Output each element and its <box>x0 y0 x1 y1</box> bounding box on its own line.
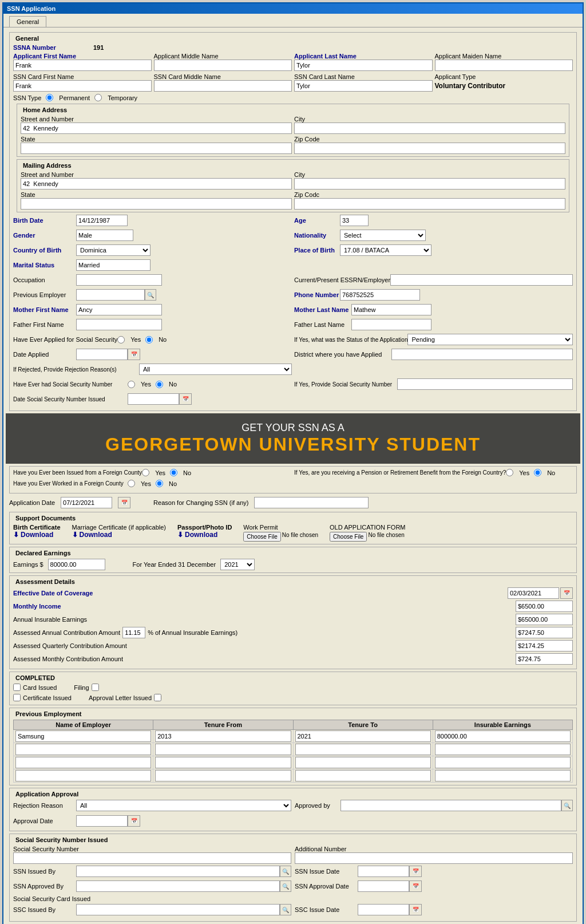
prev-employer-input[interactable] <box>76 289 145 301</box>
tenure-from-cell-3[interactable] <box>155 770 291 781</box>
insurable-cell-1[interactable] <box>435 744 571 755</box>
occupation-input[interactable] <box>76 274 162 286</box>
ssn-type-temporary-radio[interactable] <box>94 94 102 101</box>
first-name-input[interactable]: Frank <box>13 60 152 71</box>
date-ssn-issued-input[interactable] <box>128 393 179 405</box>
card-issued-checkbox[interactable] <box>13 684 21 691</box>
assessed-monthly-input[interactable]: $724.75 <box>516 653 573 665</box>
old-app-choose-btn[interactable]: Choose File <box>330 532 367 542</box>
approved-by-input[interactable] <box>340 800 561 811</box>
date-applied-input[interactable] <box>76 349 128 360</box>
ssc-issued-by-input[interactable] <box>76 904 280 915</box>
approved-by-search[interactable]: 🔍 <box>561 800 573 811</box>
worked-foreign-yes[interactable] <box>128 480 135 487</box>
nationality-select[interactable]: Select <box>340 230 426 241</box>
approval-date-input[interactable] <box>76 815 128 827</box>
ssn-approved-by-search[interactable]: 🔍 <box>280 880 291 892</box>
tenure-from-cell-2[interactable] <box>155 757 291 768</box>
essrn-input[interactable] <box>390 274 573 286</box>
ssn-type-permanent-radio[interactable] <box>46 94 53 101</box>
home-state-input[interactable] <box>21 143 292 154</box>
mail-state-input[interactable] <box>21 198 292 210</box>
ssc-issue-date-input[interactable] <box>358 904 409 915</box>
insurable-cell-2[interactable] <box>435 757 571 768</box>
ssn-issue-date-cal[interactable]: 📅 <box>409 866 422 877</box>
home-street-input[interactable]: 42 Kennedy <box>21 123 292 134</box>
tenure-from-cell-1[interactable] <box>155 744 291 755</box>
ssn-issued-by-search[interactable]: 🔍 <box>280 866 291 877</box>
mail-city-input[interactable] <box>294 178 565 189</box>
birth-date-input[interactable]: 14/12/1987 <box>76 215 128 226</box>
prev-employer-search-btn[interactable]: 🔍 <box>145 289 156 301</box>
maiden-name-input[interactable] <box>435 60 573 71</box>
date-applied-cal-btn[interactable]: 📅 <box>128 349 140 360</box>
mother-last-input[interactable]: Mathew <box>351 304 431 315</box>
monthly-income-input[interactable]: $6500.00 <box>516 601 573 612</box>
issued-foreign-no[interactable] <box>170 469 177 476</box>
district-input[interactable] <box>391 349 573 360</box>
father-first-input[interactable] <box>76 319 162 330</box>
worked-foreign-no[interactable] <box>156 480 163 487</box>
insurable-cell-3[interactable] <box>435 770 571 781</box>
tenure-to-cell-3[interactable] <box>295 770 431 781</box>
approval-date-cal[interactable]: 📅 <box>128 815 140 827</box>
additional-number-input[interactable] <box>295 852 573 864</box>
if-yes-ssn-input[interactable] <box>397 378 573 390</box>
issued-foreign-yes[interactable] <box>142 469 149 476</box>
middle-name-input[interactable] <box>154 60 292 71</box>
card-middle-input[interactable] <box>154 80 292 92</box>
mail-street-input[interactable]: 42 Kennedy <box>21 178 292 189</box>
app-date-cal[interactable]: 📅 <box>118 497 130 508</box>
age-input[interactable]: 33 <box>340 215 369 226</box>
social-applied-yes[interactable] <box>117 336 125 343</box>
social-applied-no[interactable] <box>145 336 153 343</box>
home-zip-input[interactable] <box>294 143 565 154</box>
last-name-input[interactable]: Tylor <box>294 60 433 71</box>
rejection-reason-select[interactable]: All <box>139 364 292 375</box>
filing-checkbox[interactable] <box>92 684 99 691</box>
birth-cert-download[interactable]: ⬇ Download <box>13 531 61 539</box>
pension-yes[interactable] <box>506 469 513 476</box>
employer-cell-2[interactable] <box>15 757 151 768</box>
ssn-approval-date-cal[interactable]: 📅 <box>409 880 422 892</box>
passport-download[interactable]: ⬇ Download <box>177 531 232 539</box>
ssc-issue-date-cal[interactable]: 📅 <box>409 904 422 915</box>
reason-changing-input[interactable] <box>254 497 369 508</box>
pension-no[interactable] <box>534 469 541 476</box>
employer-cell-0[interactable] <box>15 730 151 742</box>
annual-insurable-input[interactable]: $65000.00 <box>516 614 573 625</box>
mother-first-input[interactable]: Ancy <box>76 304 162 315</box>
country-birth-select[interactable]: Dominica <box>76 244 151 256</box>
card-last-input[interactable]: Tylor <box>294 80 433 92</box>
tenure-to-cell-2[interactable] <box>295 757 431 768</box>
ever-had-yes[interactable] <box>128 381 135 388</box>
year-select[interactable]: 2021 <box>220 559 255 570</box>
earnings-input[interactable]: 80000.00 <box>48 559 105 570</box>
tenure-to-cell-0[interactable] <box>295 730 431 742</box>
ssc-issued-by-search[interactable]: 🔍 <box>280 904 291 915</box>
tab-general[interactable]: General <box>9 16 46 27</box>
certificate-issued-checkbox[interactable] <box>13 694 21 701</box>
card-first-input[interactable]: Frank <box>13 80 152 92</box>
approval-letter-checkbox[interactable] <box>154 694 161 701</box>
tenure-from-cell-0[interactable] <box>155 730 291 742</box>
effective-date-cal[interactable]: 📅 <box>560 587 573 599</box>
ssn-issued-by-input[interactable] <box>76 866 280 877</box>
tenure-to-cell-1[interactable] <box>295 744 431 755</box>
marital-input[interactable]: Married <box>76 259 151 271</box>
assessed-annual-value-input[interactable]: $7247.50 <box>516 627 573 638</box>
if-yes-status-select[interactable]: Pending <box>407 334 573 345</box>
marriage-cert-download[interactable]: ⬇ Download <box>72 531 166 539</box>
assessed-annual-pct-input[interactable]: 11.15 <box>122 627 145 638</box>
effective-date-input[interactable]: 02/03/2021 <box>508 587 559 599</box>
place-birth-select[interactable]: 17.08 / BATACA <box>340 244 431 256</box>
app-rejection-select[interactable]: All <box>76 800 291 811</box>
assessed-quarterly-input[interactable]: $2174.25 <box>516 640 573 651</box>
employer-cell-3[interactable] <box>15 770 151 781</box>
work-permit-choose-btn[interactable]: Choose File <box>243 532 280 542</box>
ever-had-no[interactable] <box>156 381 163 388</box>
ssn-number-input[interactable] <box>13 852 291 864</box>
father-last-input[interactable] <box>351 319 431 330</box>
ssn-issue-date-input[interactable] <box>358 866 409 877</box>
date-ssn-issued-cal[interactable]: 📅 <box>179 393 192 405</box>
